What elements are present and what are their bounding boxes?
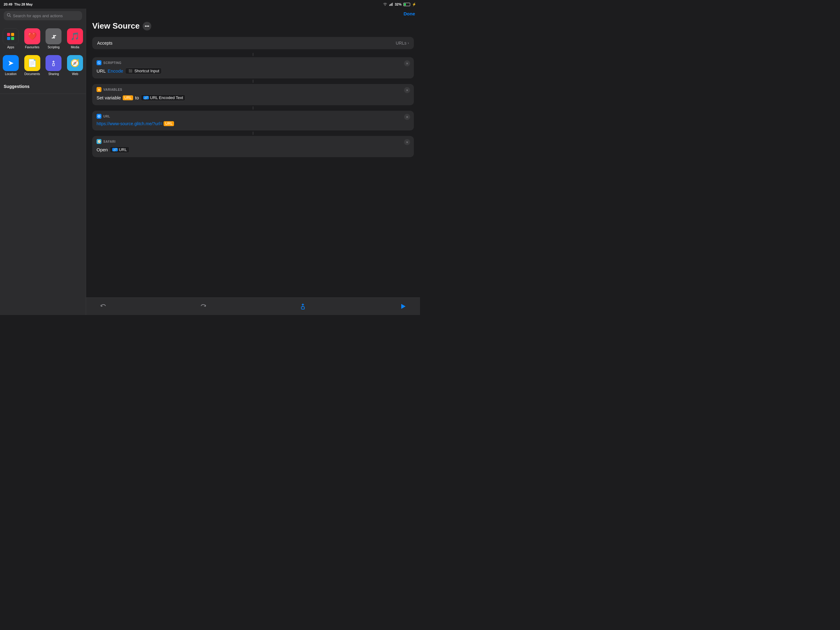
action-header-3: URL bbox=[96, 114, 409, 119]
connector-line-2 bbox=[253, 80, 253, 83]
redo-button[interactable] bbox=[198, 301, 208, 311]
close-action-2[interactable]: ✕ bbox=[404, 87, 410, 93]
action-header-4: 🧭 SAFARI bbox=[96, 139, 409, 144]
bottom-toolbar bbox=[86, 298, 420, 315]
svg-line-9 bbox=[98, 62, 99, 63]
accepts-row[interactable]: Accepts URLs › bbox=[92, 37, 414, 49]
charging-icon: ⚡ bbox=[412, 2, 416, 6]
search-container: Search for apps and actions bbox=[0, 11, 86, 24]
status-time: 20:49 Thu 28 May bbox=[4, 2, 33, 6]
location-label: Location bbox=[5, 72, 17, 76]
shortcut-input-pill[interactable]: ⬛ Shortcut Input bbox=[125, 68, 162, 74]
action-card-set-variable: x VARIABLES ✕ Set variable URL to 🔗 URL … bbox=[92, 84, 414, 105]
action-body-4: Open 🔗 URL bbox=[96, 146, 409, 153]
action-body-1: URL Encode ⬛ Shortcut Input bbox=[96, 68, 409, 74]
svg-marker-13 bbox=[401, 304, 406, 309]
media-label: Media bbox=[71, 46, 79, 49]
url-type-label: URL bbox=[103, 115, 110, 118]
connector-line-1 bbox=[253, 53, 253, 56]
url-variable-pill[interactable]: URL bbox=[123, 95, 133, 100]
sidebar-item-documents[interactable]: 📄 Documents bbox=[22, 52, 43, 79]
web-label: Web bbox=[72, 72, 78, 76]
main-layout: Search for apps and actions Apps ❤ bbox=[0, 9, 420, 315]
sharing-label: Sharing bbox=[48, 72, 59, 76]
favourites-label: Favourites bbox=[25, 46, 39, 49]
suggestions-section: Suggestions bbox=[0, 80, 86, 91]
action-card-url-encode: SCRIPTING ✕ URL Encode ⬛ Shortcut Input bbox=[92, 57, 414, 78]
close-action-3[interactable]: ✕ bbox=[404, 114, 410, 120]
web-icon: 🧭 bbox=[67, 55, 83, 71]
action-card-url: URL ✕ https://www-source.glitch.me/?url=… bbox=[92, 111, 414, 130]
action-body-2: Set variable URL to 🔗 URL Encoded Text bbox=[96, 95, 409, 101]
scripting-type-label: SCRIPTING bbox=[103, 61, 122, 65]
suggestions-title: Suggestions bbox=[4, 84, 30, 89]
scripting-badge bbox=[96, 60, 101, 65]
accepts-label: Accepts bbox=[97, 41, 112, 46]
url-content[interactable]: https://www-source.glitch.me/?url= URL bbox=[96, 121, 409, 126]
url-encoded-text-pill[interactable]: 🔗 URL Encoded Text bbox=[141, 95, 186, 101]
url-badge bbox=[96, 114, 101, 119]
sidebar-item-media[interactable]: 🎵 Media bbox=[64, 25, 86, 52]
action-card-safari: 🧭 SAFARI ✕ Open 🔗 URL bbox=[92, 136, 414, 157]
documents-icon: 📄 bbox=[24, 55, 40, 71]
apps-label: Apps bbox=[7, 46, 14, 49]
sidebar-item-location[interactable]: ➤ Location bbox=[0, 52, 22, 79]
scripting-label: Scripting bbox=[47, 46, 60, 49]
safari-badge: 🧭 bbox=[96, 139, 101, 144]
sidebar-item-scripting[interactable]: 𝒙 Scripting bbox=[43, 25, 65, 52]
top-bar: Done bbox=[86, 9, 420, 16]
wifi-icon bbox=[383, 2, 387, 6]
right-panel: Done View Source ••• Accepts URLs › bbox=[86, 9, 420, 315]
shortcut-title-row: View Source ••• bbox=[92, 21, 414, 31]
action-header-1: SCRIPTING bbox=[96, 60, 409, 65]
connector-line-3 bbox=[253, 106, 253, 109]
sidebar-item-apps[interactable]: Apps bbox=[0, 25, 22, 52]
signal-icon bbox=[389, 2, 393, 6]
sidebar-item-web[interactable]: 🧭 Web bbox=[64, 52, 86, 79]
search-placeholder: Search for apps and actions bbox=[13, 14, 63, 18]
location-icon: ➤ bbox=[3, 55, 19, 71]
svg-rect-11 bbox=[301, 307, 305, 309]
shortcut-title: View Source bbox=[92, 21, 140, 31]
apps-icon bbox=[3, 28, 19, 44]
url-pill-safari[interactable]: 🔗 URL bbox=[110, 146, 129, 153]
favourites-icon: ❤️ bbox=[24, 28, 40, 44]
close-action-1[interactable]: ✕ bbox=[404, 60, 410, 66]
icon-grid: Apps ❤️ Favourites 𝒙 Scripting 🎵 Media bbox=[0, 24, 86, 80]
share-button[interactable] bbox=[298, 301, 308, 311]
accepts-value[interactable]: URLs › bbox=[396, 41, 409, 46]
battery-percentage: 32% bbox=[395, 2, 401, 6]
svg-line-5 bbox=[10, 16, 11, 17]
svg-rect-2 bbox=[391, 3, 392, 6]
status-right: 32% ⚡ bbox=[383, 2, 416, 6]
variables-type-label: VARIABLES bbox=[103, 88, 122, 91]
done-button[interactable]: Done bbox=[404, 11, 415, 16]
chevron-right-icon: › bbox=[408, 41, 409, 45]
scripting-icon: 𝒙 bbox=[46, 28, 62, 44]
svg-rect-6 bbox=[52, 63, 54, 66]
safari-type-label: SAFARI bbox=[103, 140, 115, 143]
sidebar-item-sharing[interactable]: Sharing bbox=[43, 52, 65, 79]
svg-rect-0 bbox=[389, 5, 390, 6]
media-icon: 🎵 bbox=[67, 28, 83, 44]
search-icon bbox=[7, 13, 11, 19]
sidebar-item-favourites[interactable]: ❤️ Favourites bbox=[22, 25, 43, 52]
svg-rect-1 bbox=[390, 4, 391, 6]
battery-icon bbox=[403, 3, 410, 6]
sharing-icon bbox=[46, 55, 62, 71]
action-header-2: x VARIABLES bbox=[96, 87, 409, 92]
status-bar: 20:49 Thu 28 May 32% ⚡ bbox=[0, 0, 420, 9]
more-menu-button[interactable]: ••• bbox=[143, 22, 151, 30]
url-var-in-url[interactable]: URL bbox=[164, 121, 174, 126]
sidebar: Search for apps and actions Apps ❤ bbox=[0, 9, 86, 315]
variables-badge: x bbox=[96, 87, 101, 92]
play-button[interactable] bbox=[398, 301, 408, 311]
search-bar[interactable]: Search for apps and actions bbox=[4, 11, 82, 20]
connector-line-4 bbox=[253, 131, 253, 135]
svg-rect-3 bbox=[392, 3, 393, 6]
close-action-4[interactable]: ✕ bbox=[404, 139, 410, 145]
undo-button[interactable] bbox=[98, 301, 108, 311]
shortcut-editor: View Source ••• Accepts URLs › bbox=[86, 16, 420, 298]
documents-label: Documents bbox=[24, 72, 40, 76]
